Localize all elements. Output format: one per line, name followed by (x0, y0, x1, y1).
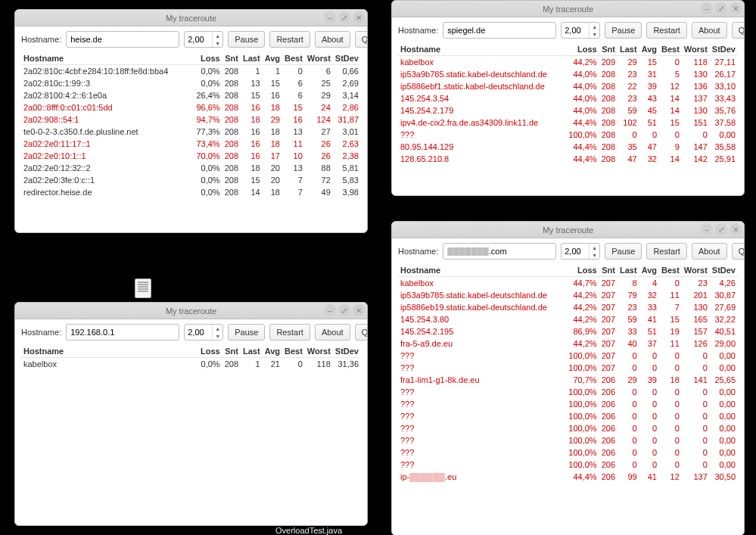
col-snt[interactable]: Snt (222, 52, 241, 65)
table-row: 145.254.3.8044,2%20759411516532,22 (398, 313, 738, 325)
col-stdev[interactable]: StDev (710, 264, 738, 277)
table-row: ipv4.de-cix2.fra.de.as34309.link11.de44,… (398, 117, 738, 129)
results-table-wrap: HostnameLossSntLastAvgBestWorstStDev kab… (398, 43, 738, 192)
col-worst[interactable]: Worst (682, 264, 710, 277)
col-last[interactable]: Last (618, 264, 639, 277)
col-hostname[interactable]: Hostname (398, 264, 566, 277)
interval-input[interactable] (185, 32, 212, 47)
col-last[interactable]: Last (241, 345, 263, 358)
quit-button[interactable]: Quit (355, 31, 367, 48)
hostname-input[interactable] (66, 31, 179, 48)
toolbar: Hostname: ▲ ▼ Pause Restart About Quit (398, 22, 738, 39)
col-stdev[interactable]: StDev (333, 345, 361, 358)
stepper-down-icon[interactable]: ▼ (213, 39, 222, 47)
about-button[interactable]: About (692, 243, 727, 260)
interval-stepper[interactable]: ▲ ▼ (184, 31, 223, 48)
quit-button[interactable]: Quit (732, 243, 744, 260)
maximize-icon[interactable]: ⤢ (715, 2, 727, 14)
interval-input[interactable] (562, 23, 589, 38)
hostname-input[interactable] (443, 243, 556, 260)
titlebar[interactable]: My traceroute – ⤢ ✕ (392, 222, 744, 238)
interval-input[interactable] (185, 325, 212, 340)
stepper-down-icon[interactable]: ▼ (590, 251, 599, 259)
minimize-icon[interactable]: – (701, 223, 713, 235)
stepper-down-icon[interactable]: ▼ (213, 332, 222, 340)
maximize-icon[interactable]: ⤢ (715, 223, 727, 235)
pause-button[interactable]: Pause (605, 22, 642, 39)
about-button[interactable]: About (315, 31, 350, 48)
col-best[interactable]: Best (282, 52, 305, 65)
interval-stepper[interactable]: ▲ ▼ (561, 243, 600, 260)
interval-input[interactable] (562, 244, 589, 259)
col-best[interactable]: Best (282, 345, 305, 358)
col-snt[interactable]: Snt (599, 264, 618, 277)
col-snt[interactable]: Snt (222, 345, 241, 358)
file-icon[interactable] (135, 278, 151, 298)
titlebar[interactable]: My traceroute – ⤢ ✕ (15, 303, 367, 319)
col-loss[interactable]: Loss (566, 264, 599, 277)
close-icon[interactable]: ✕ (730, 2, 742, 14)
table-row: 2a02:810c:4cbf:e284:10:18ff:fe8d:bba40,0… (21, 65, 361, 78)
results-table: HostnameLossSntLastAvgBestWorstStDev kab… (398, 264, 738, 483)
hostname-input[interactable] (66, 324, 179, 341)
stepper-up-icon[interactable]: ▲ (213, 32, 222, 39)
titlebar[interactable]: My traceroute – ⤢ ✕ (15, 10, 367, 26)
col-avg[interactable]: Avg (639, 264, 659, 277)
interval-stepper[interactable]: ▲ ▼ (561, 22, 600, 39)
stepper-up-icon[interactable]: ▲ (590, 244, 599, 251)
col-last[interactable]: Last (241, 52, 263, 65)
col-best[interactable]: Best (659, 43, 682, 56)
col-stdev[interactable]: StDev (710, 43, 738, 56)
col-loss[interactable]: Loss (566, 43, 599, 56)
col-best[interactable]: Best (659, 264, 682, 277)
pause-button[interactable]: Pause (228, 31, 265, 48)
close-icon[interactable]: ✕ (353, 304, 365, 316)
stepper-up-icon[interactable]: ▲ (213, 325, 222, 332)
minimize-icon[interactable]: – (324, 11, 336, 23)
restart-button[interactable]: Restart (269, 324, 310, 341)
table-row: kabelbox0,0%208121011831,36 (21, 358, 361, 371)
col-hostname[interactable]: Hostname (398, 43, 566, 56)
traceroute-window: My traceroute – ⤢ ✕ Hostname: ▲ ▼ Pause (391, 0, 745, 196)
col-worst[interactable]: Worst (682, 43, 710, 56)
about-button[interactable]: About (692, 22, 727, 39)
restart-button[interactable]: Restart (646, 243, 686, 260)
pause-button[interactable]: Pause (605, 243, 642, 260)
col-last[interactable]: Last (618, 43, 639, 56)
col-avg[interactable]: Avg (263, 52, 282, 65)
col-stdev[interactable]: StDev (333, 52, 361, 65)
close-icon[interactable]: ✕ (730, 223, 742, 235)
table-row: 2a02:2e0:10:1::170,0%208161710262,38 (21, 150, 361, 162)
traceroute-window: My traceroute – ⤢ ✕ Hostname: ▲ ▼ Pause (14, 9, 368, 233)
titlebar[interactable]: My traceroute – ⤢ ✕ (392, 1, 744, 17)
close-icon[interactable]: ✕ (353, 11, 365, 23)
minimize-icon[interactable]: – (324, 304, 336, 316)
col-hostname[interactable]: Hostname (21, 345, 198, 358)
stepper-up-icon[interactable]: ▲ (590, 23, 599, 30)
restart-button[interactable]: Restart (269, 31, 310, 48)
table-row: 2a02:908::54:194,7%20818291612431,87 (21, 114, 361, 126)
toolbar: Hostname: ▲ ▼ Pause Restart About Quit (398, 243, 738, 260)
col-avg[interactable]: Avg (263, 345, 282, 358)
stepper-down-icon[interactable]: ▼ (590, 30, 599, 38)
pause-button[interactable]: Pause (228, 324, 265, 341)
table-row: ???100,0%20600000,00 (398, 410, 738, 422)
hostname-input[interactable] (443, 22, 556, 39)
quit-button[interactable]: Quit (355, 324, 367, 341)
restart-button[interactable]: Restart (646, 22, 686, 39)
maximize-icon[interactable]: ⤢ (338, 304, 350, 316)
col-loss[interactable]: Loss (194, 52, 222, 65)
col-avg[interactable]: Avg (639, 43, 659, 56)
minimize-icon[interactable]: – (701, 2, 713, 14)
col-worst[interactable]: Worst (305, 345, 333, 358)
col-hostname[interactable]: Hostname (21, 52, 194, 65)
about-button[interactable]: About (315, 324, 350, 341)
col-loss[interactable]: Loss (198, 345, 222, 358)
table-row: te0-0-2-3.c350.f.de.plusline.net77,3%208… (21, 126, 361, 138)
table-row: ???100,0%20600000,00 (398, 434, 738, 446)
maximize-icon[interactable]: ⤢ (338, 11, 350, 23)
quit-button[interactable]: Quit (732, 22, 744, 39)
col-worst[interactable]: Worst (305, 52, 333, 65)
col-snt[interactable]: Snt (599, 43, 618, 56)
interval-stepper[interactable]: ▲ ▼ (184, 324, 223, 341)
